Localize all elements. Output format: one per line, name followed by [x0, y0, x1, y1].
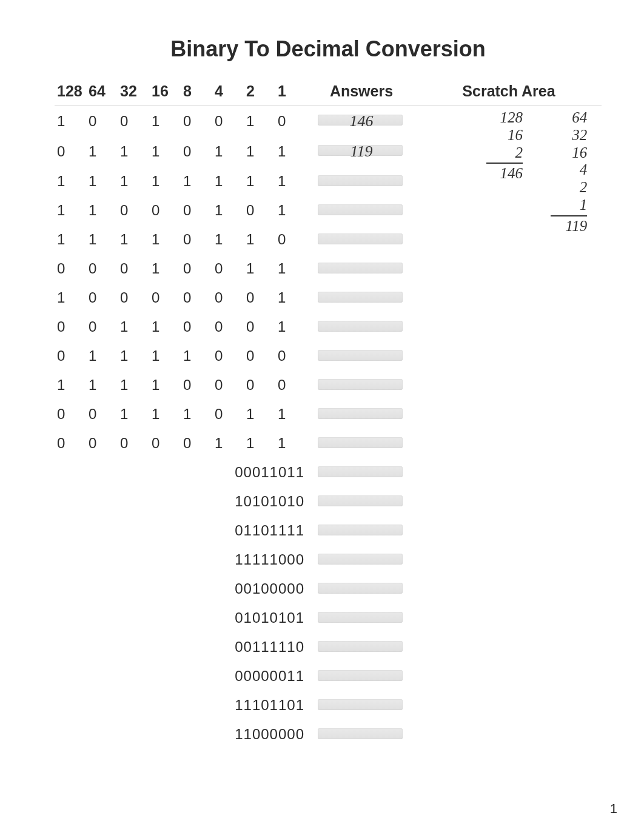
- bit-cell: 1: [244, 106, 275, 136]
- answer-cell: [307, 516, 416, 545]
- answer-blank[interactable]: [318, 525, 403, 535]
- answer-blank[interactable]: [318, 233, 403, 244]
- bit-cell: 1: [212, 196, 244, 225]
- bit-cell: 1: [275, 254, 307, 283]
- bit-cell: 1: [86, 371, 118, 400]
- scratch-cell: [416, 371, 602, 400]
- scratch-cell: [416, 458, 602, 487]
- answer-blank[interactable]: [318, 612, 403, 623]
- col-header-64: 64: [86, 79, 118, 106]
- bit-cell: 0: [118, 283, 149, 312]
- answer-cell: [307, 225, 416, 254]
- answer-blank[interactable]: [318, 379, 403, 390]
- table-row: 01010101: [55, 603, 602, 632]
- bit-cell: 1: [212, 167, 244, 196]
- answer-blank[interactable]: [318, 670, 403, 681]
- bit-cell: 1: [149, 312, 181, 341]
- bit-cell: 0: [275, 225, 307, 254]
- scratch-column-1: 128 16 2 146: [468, 109, 523, 183]
- bit-cell: 0: [149, 429, 181, 458]
- bit-cell: 1: [86, 167, 118, 196]
- bit-cell: 0: [86, 254, 118, 283]
- answer-cell: [307, 691, 416, 720]
- answer-blank[interactable]: [318, 583, 403, 594]
- bit-cell: 1: [55, 106, 86, 136]
- bit-cell: 0: [55, 429, 86, 458]
- bit-cell: 0: [86, 400, 118, 429]
- bit-cell: 1: [149, 225, 181, 254]
- bit-cell: 1: [118, 312, 149, 341]
- bit-cell: 0: [86, 429, 118, 458]
- answer-blank[interactable]: [318, 321, 403, 332]
- answer-blank[interactable]: [318, 263, 403, 273]
- scratch-cell: [416, 603, 602, 632]
- bit-cell: 1: [149, 254, 181, 283]
- table-row: 00111011: [55, 400, 602, 429]
- bit-cell: 1: [118, 225, 149, 254]
- answer-blank[interactable]: [318, 641, 403, 652]
- bit-cell: 0: [212, 371, 244, 400]
- bit-cell: 1: [181, 400, 212, 429]
- bit-cell: 0: [55, 341, 86, 371]
- bit-cell: 1: [212, 225, 244, 254]
- bit-cell: 1: [275, 196, 307, 225]
- page-number: 1: [610, 801, 617, 817]
- binary-string: 00100000: [55, 574, 307, 603]
- bit-cell: 1: [86, 196, 118, 225]
- bit-cell: 0: [181, 371, 212, 400]
- answer-blank[interactable]: [318, 728, 403, 739]
- scratch-cell: [416, 283, 602, 312]
- bit-cell: 0: [149, 283, 181, 312]
- answer-cell: [307, 371, 416, 400]
- scratch-cell: [416, 662, 602, 691]
- scratch-value: 2: [468, 144, 523, 162]
- col-header-2: 2: [244, 79, 275, 106]
- bit-cell: 1: [118, 371, 149, 400]
- scratch-value: 4: [545, 161, 587, 179]
- bit-cell: 1: [55, 167, 86, 196]
- answer-blank[interactable]: [318, 466, 403, 477]
- table-row: 10101010: [55, 487, 602, 516]
- bit-cell: 0: [181, 106, 212, 136]
- scratch-total: 146: [468, 165, 523, 183]
- bit-cell: 1: [275, 429, 307, 458]
- answer-blank[interactable]: [318, 437, 403, 448]
- answer-blank[interactable]: [318, 292, 403, 303]
- scratch-cell: [416, 487, 602, 516]
- bit-cell: 1: [55, 283, 86, 312]
- bit-cell: 0: [181, 283, 212, 312]
- bit-cell: 0: [181, 225, 212, 254]
- answer-blank[interactable]: [318, 408, 403, 419]
- scratch-value: 128: [468, 109, 523, 127]
- answer-blank[interactable]: [318, 554, 403, 565]
- answer-cell: 119: [307, 136, 416, 167]
- bit-cell: 0: [275, 371, 307, 400]
- bit-cell: 1: [118, 400, 149, 429]
- answer-blank[interactable]: [318, 350, 403, 361]
- bit-cell: 1: [149, 400, 181, 429]
- bit-cell: 0: [181, 254, 212, 283]
- table-row: 11111000: [55, 545, 602, 574]
- bit-cell: 1: [244, 136, 275, 167]
- bit-cell: 1: [149, 371, 181, 400]
- answer-blank[interactable]: [318, 495, 403, 506]
- bit-cell: 1: [212, 136, 244, 167]
- table-row: 01111000: [55, 341, 602, 371]
- binary-string: 11111000: [55, 545, 307, 574]
- bit-cell: 0: [244, 283, 275, 312]
- binary-string: 00000011: [55, 662, 307, 691]
- bit-cell: 1: [118, 167, 149, 196]
- answer-blank[interactable]: [318, 204, 403, 215]
- scratch-cell: [416, 691, 602, 720]
- scratch-cell: [416, 312, 602, 341]
- bit-cell: 1: [149, 167, 181, 196]
- answer-blank[interactable]: [318, 699, 403, 710]
- answer-blank[interactable]: [318, 175, 403, 186]
- bit-cell: 1: [181, 167, 212, 196]
- bit-cell: 0: [149, 196, 181, 225]
- bit-cell: 1: [244, 400, 275, 429]
- answer-cell: [307, 312, 416, 341]
- answer-cell: [307, 400, 416, 429]
- bit-cell: 0: [86, 312, 118, 341]
- bit-cell: 0: [212, 312, 244, 341]
